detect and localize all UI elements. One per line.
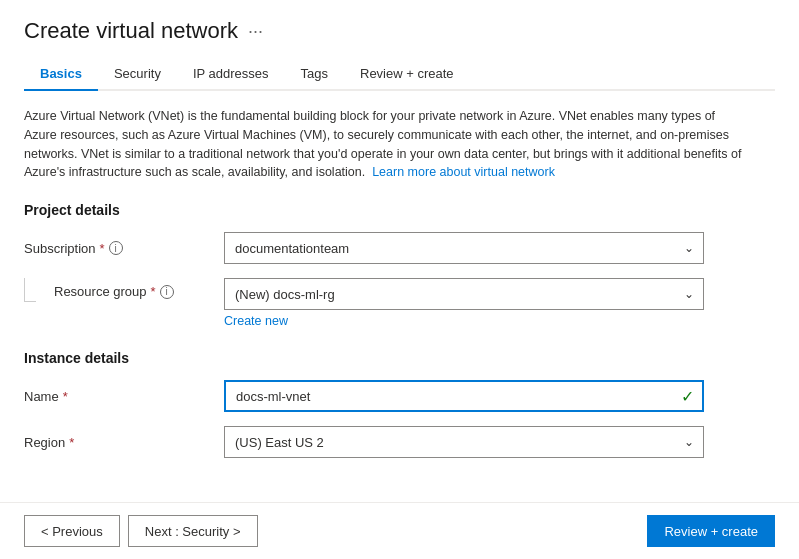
rg-indent xyxy=(24,278,54,302)
subscription-label: Subscription * i xyxy=(24,241,224,256)
subscription-control: documentationteam ⌄ xyxy=(224,232,704,264)
subscription-row: Subscription * i documentationteam ⌄ xyxy=(24,232,775,264)
resource-group-select[interactable]: (New) docs-ml-rg xyxy=(224,278,704,310)
resource-group-control: (New) docs-ml-rg ⌄ xyxy=(224,278,704,310)
project-details-section: Project details Subscription * i documen… xyxy=(24,202,775,328)
footer: < Previous Next : Security > Review + cr… xyxy=(0,502,799,559)
instance-details-title: Instance details xyxy=(24,350,775,366)
name-label: Name * xyxy=(24,389,224,404)
create-new-link[interactable]: Create new xyxy=(224,314,775,328)
rg-required: * xyxy=(151,284,156,299)
main-content: Azure Virtual Network (VNet) is the fund… xyxy=(0,91,799,502)
rg-select-wrapper: (New) docs-ml-rg ⌄ xyxy=(224,278,704,310)
name-input-wrapper: ✓ xyxy=(224,380,704,412)
ellipsis-icon[interactable]: ··· xyxy=(248,21,263,42)
name-row: Name * ✓ xyxy=(24,380,775,412)
region-select-wrapper: (US) East US 2 ⌄ xyxy=(224,426,704,458)
name-check-icon: ✓ xyxy=(681,387,694,406)
tab-bar: Basics Security IP addresses Tags Review… xyxy=(24,58,775,91)
next-security-button[interactable]: Next : Security > xyxy=(128,515,258,547)
tab-ip-addresses[interactable]: IP addresses xyxy=(177,58,285,91)
region-select[interactable]: (US) East US 2 xyxy=(224,426,704,458)
name-required: * xyxy=(63,389,68,404)
rg-connector-line xyxy=(24,278,36,302)
name-control: ✓ xyxy=(224,380,704,412)
subscription-select[interactable]: documentationteam xyxy=(224,232,704,264)
tab-review-create[interactable]: Review + create xyxy=(344,58,470,91)
tab-tags[interactable]: Tags xyxy=(285,58,344,91)
resource-group-label: Resource group * i xyxy=(54,278,224,299)
review-create-button[interactable]: Review + create xyxy=(647,515,775,547)
resource-group-row: Resource group * i (New) docs-ml-rg ⌄ xyxy=(24,278,775,310)
learn-more-link[interactable]: Learn more about virtual network xyxy=(372,165,555,179)
region-required: * xyxy=(69,435,74,450)
region-row: Region * (US) East US 2 ⌄ xyxy=(24,426,775,458)
page-title: Create virtual network xyxy=(24,18,238,44)
instance-details-section: Instance details Name * ✓ Region xyxy=(24,350,775,458)
subscription-info-icon[interactable]: i xyxy=(109,241,123,255)
tab-security[interactable]: Security xyxy=(98,58,177,91)
previous-button[interactable]: < Previous xyxy=(24,515,120,547)
tab-basics[interactable]: Basics xyxy=(24,58,98,91)
region-label: Region * xyxy=(24,435,224,450)
subscription-select-wrapper: documentationteam ⌄ xyxy=(224,232,704,264)
project-details-title: Project details xyxy=(24,202,775,218)
subscription-required: * xyxy=(100,241,105,256)
rg-info-icon[interactable]: i xyxy=(160,285,174,299)
name-input[interactable] xyxy=(224,380,704,412)
region-control: (US) East US 2 ⌄ xyxy=(224,426,704,458)
description-text: Azure Virtual Network (VNet) is the fund… xyxy=(24,107,744,182)
